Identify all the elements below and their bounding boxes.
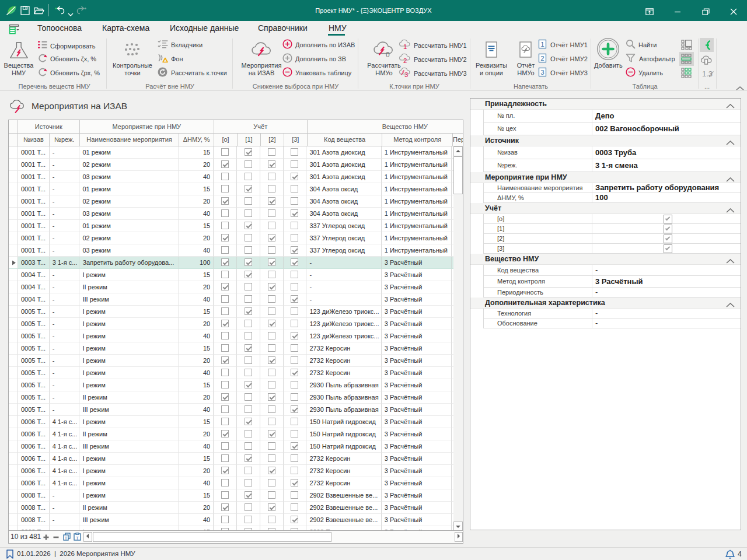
svg-text:2: 2: [540, 55, 544, 62]
svg-text:1.3: 1.3: [702, 69, 713, 78]
svg-text:3: 3: [404, 71, 408, 78]
svg-text:1: 1: [540, 41, 544, 48]
svg-text:0: 0: [386, 51, 390, 58]
svg-text:1: 1: [403, 43, 407, 50]
svg-text:2: 2: [403, 57, 407, 64]
svg-text:3: 3: [540, 69, 544, 76]
svg-text:T: T: [76, 536, 79, 541]
svg-text:T: T: [65, 536, 68, 541]
